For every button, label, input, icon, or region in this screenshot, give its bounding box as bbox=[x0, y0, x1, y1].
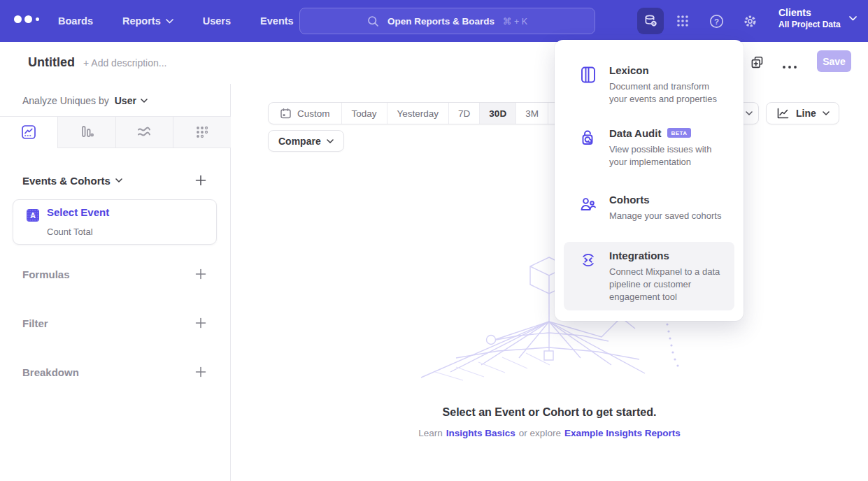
mixpanel-logo[interactable] bbox=[14, 15, 39, 23]
help-icon: ? bbox=[709, 13, 725, 29]
chevron-down-icon bbox=[115, 178, 122, 182]
data-management-menu: Lexicon Document and transform your even… bbox=[555, 40, 744, 321]
more-options-button[interactable] bbox=[779, 57, 800, 75]
save-button[interactable]: Save bbox=[817, 50, 851, 72]
duplicate-button[interactable] bbox=[750, 55, 764, 73]
formulas-label: Formulas bbox=[22, 268, 70, 280]
analyze-entity-dropdown[interactable]: User bbox=[115, 95, 148, 106]
logo-dot bbox=[36, 17, 39, 21]
beta-badge: BETA bbox=[667, 128, 690, 138]
add-formula-button[interactable] bbox=[194, 267, 208, 281]
nav-item-events[interactable]: Events bbox=[260, 15, 294, 27]
date-range-yesterday[interactable]: Yesterday bbox=[387, 103, 449, 124]
formulas-section-header: Formulas bbox=[22, 267, 208, 281]
nav-item-label: Users bbox=[203, 15, 231, 27]
compare-label: Compare bbox=[278, 136, 321, 147]
select-event-button[interactable]: Select Event bbox=[47, 206, 109, 218]
duplicate-icon bbox=[750, 55, 764, 70]
database-gear-icon bbox=[642, 13, 659, 29]
tab-bar-chart[interactable] bbox=[57, 117, 115, 148]
nav-item-boards[interactable]: Boards bbox=[58, 15, 93, 27]
data-management-button[interactable] bbox=[637, 8, 664, 34]
date-range-custom[interactable]: Custom bbox=[269, 103, 341, 124]
add-event-button[interactable] bbox=[194, 173, 208, 187]
cohorts-users-icon bbox=[579, 195, 597, 213]
nav-item-users[interactable]: Users bbox=[203, 15, 231, 27]
section-label: Events & Cohorts bbox=[22, 175, 111, 187]
line-chart-tab-icon bbox=[20, 124, 37, 141]
subtitle-text: Learn bbox=[418, 428, 443, 438]
empty-state-subtitle: Learn Insights Basics or explore Example… bbox=[231, 428, 868, 438]
settings-button[interactable] bbox=[737, 8, 763, 34]
menu-item-integrations[interactable]: Integrations Connect Mixpanel to a data … bbox=[564, 242, 734, 310]
chevron-down-icon bbox=[166, 19, 173, 24]
retention-tab-icon bbox=[194, 124, 211, 141]
menu-item-description: Manage your saved cohorts bbox=[609, 210, 721, 221]
menu-item-lexicon[interactable]: Lexicon Document and transform your even… bbox=[564, 57, 734, 113]
menu-item-cohorts[interactable]: Cohorts Manage your saved cohorts bbox=[564, 186, 734, 229]
date-range-label: 3M bbox=[525, 108, 539, 119]
date-range-3m[interactable]: 3M bbox=[515, 103, 548, 124]
report-title[interactable]: Untitled bbox=[28, 55, 75, 70]
date-range-label: Today bbox=[352, 108, 377, 119]
svg-text:?: ? bbox=[713, 17, 718, 25]
tab-flows[interactable] bbox=[115, 117, 173, 148]
project-scope: All Project Data bbox=[778, 20, 841, 29]
filter-section-header: Filter bbox=[22, 316, 208, 330]
project-name: Clients bbox=[778, 7, 841, 18]
plus-icon bbox=[195, 366, 206, 378]
add-filter-button[interactable] bbox=[194, 316, 208, 330]
grid-icon bbox=[675, 13, 690, 29]
menu-item-data-audit[interactable]: Data Audit BETA View possible issues wit… bbox=[564, 120, 734, 175]
help-button[interactable]: ? bbox=[703, 8, 730, 34]
add-breakdown-button[interactable] bbox=[194, 365, 208, 379]
chevron-down-icon bbox=[327, 139, 334, 143]
logo-dot bbox=[24, 15, 32, 23]
tab-insights-line[interactable] bbox=[0, 117, 57, 148]
integrations-sync-icon bbox=[579, 251, 597, 269]
global-search-input[interactable]: Open Reports & Boards ⌘ + K bbox=[299, 8, 595, 34]
chart-type-tabs bbox=[0, 116, 231, 148]
project-switcher[interactable]: Clients All Project Data bbox=[778, 7, 857, 29]
date-range-label: 30D bbox=[489, 108, 506, 119]
ellipsis-icon bbox=[782, 65, 797, 69]
example-insights-reports-link[interactable]: Example Insights Reports bbox=[564, 428, 681, 438]
subtitle-text: or explore bbox=[519, 428, 561, 438]
insights-basics-link[interactable]: Insights Basics bbox=[446, 428, 515, 438]
search-icon bbox=[367, 15, 379, 27]
event-row-card[interactable]: A Select Event Count Total bbox=[13, 199, 217, 245]
search-shortcut: ⌘ + K bbox=[503, 16, 527, 27]
date-range-today[interactable]: Today bbox=[341, 103, 387, 124]
events-cohorts-heading[interactable]: Events & Cohorts bbox=[22, 175, 122, 187]
flows-tab-icon bbox=[136, 124, 152, 141]
nav-item-reports[interactable]: Reports bbox=[122, 15, 173, 27]
events-cohorts-section-header: Events & Cohorts bbox=[22, 173, 208, 187]
menu-item-title: Integrations bbox=[609, 250, 729, 261]
chart-style-label: Line bbox=[796, 108, 816, 119]
add-description-field[interactable]: + Add description... bbox=[83, 57, 166, 69]
tab-retention[interactable] bbox=[173, 117, 231, 148]
compare-dropdown[interactable]: Compare bbox=[268, 130, 344, 152]
plus-icon bbox=[195, 317, 206, 329]
menu-item-title: Cohorts bbox=[609, 194, 721, 206]
date-range-label: Yesterday bbox=[397, 108, 439, 119]
chart-style-dropdown[interactable]: Line bbox=[766, 102, 839, 124]
plus-icon bbox=[195, 175, 206, 186]
event-count-type[interactable]: Count Total bbox=[47, 227, 93, 237]
menu-item-description: Document and transform your events and p… bbox=[609, 81, 717, 104]
lexicon-book-icon bbox=[579, 66, 597, 84]
event-letter-badge: A bbox=[27, 209, 39, 222]
line-chart-icon bbox=[776, 106, 790, 120]
calendar-icon bbox=[280, 108, 292, 120]
date-range-30d[interactable]: 30D bbox=[479, 103, 515, 124]
menu-item-title: Data Audit BETA bbox=[609, 127, 729, 139]
menu-item-description: Connect Mixpanel to a data pipeline or c… bbox=[609, 266, 720, 302]
chevron-down-icon bbox=[849, 16, 857, 21]
date-range-7d[interactable]: 7D bbox=[448, 103, 479, 124]
chevron-down-icon bbox=[141, 99, 148, 103]
date-range-label: Custom bbox=[297, 108, 330, 119]
menu-item-description: View possible issues with your implement… bbox=[609, 144, 711, 167]
nav-item-label: Events bbox=[260, 15, 294, 27]
apps-grid-button[interactable] bbox=[669, 8, 696, 34]
logo-dot bbox=[14, 15, 22, 23]
